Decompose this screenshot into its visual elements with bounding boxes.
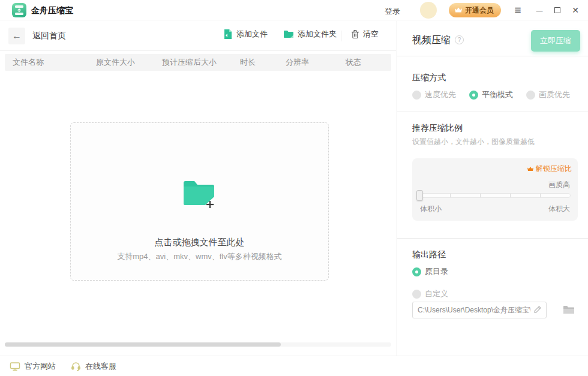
section-divider <box>397 112 588 112</box>
ratio-section-title: 推荐压缩比例 <box>412 123 463 134</box>
column-header-estimated-size: 预计压缩后大小 <box>162 57 240 68</box>
app-title: 金舟压缩宝 <box>31 5 73 16</box>
section-divider <box>397 56 588 56</box>
toolbar-divider <box>341 31 341 41</box>
section-divider <box>397 238 588 239</box>
radio-icon <box>412 91 421 100</box>
column-header-status: 状态 <box>346 57 388 68</box>
trash-icon <box>351 29 359 39</box>
radio-quality-label: 画质优先 <box>539 89 570 100</box>
maximize-icon <box>554 7 560 13</box>
back-home-button[interactable]: ← 返回首页 <box>8 28 66 44</box>
radio-icon <box>412 267 421 276</box>
panel-title: 视频压缩 <box>412 34 451 47</box>
app-window: 金舟压缩宝 登录 开通会员 ≡ ─ ✕ ← 返回首页 <box>0 0 588 376</box>
minimize-button[interactable]: ─ <box>530 0 548 20</box>
edit-path-icon[interactable] <box>533 305 544 315</box>
add-file-label: 添加文件 <box>236 29 268 40</box>
app-logo-icon <box>12 3 26 17</box>
horizontal-scrollbar-thumb[interactable] <box>5 342 281 347</box>
crown-icon <box>454 7 463 14</box>
login-link[interactable]: 登录 <box>385 6 400 17</box>
ratio-slider-handle[interactable] <box>416 190 423 201</box>
slider-tick <box>450 194 451 197</box>
radio-speed-priority[interactable]: 速度优先 <box>412 89 456 100</box>
close-button[interactable]: ✕ <box>566 0 584 20</box>
method-section-title: 压缩方式 <box>412 73 446 83</box>
radio-icon <box>469 91 478 100</box>
output-section-title: 输出路径 <box>412 249 446 260</box>
official-website-label: 官方网站 <box>25 361 56 372</box>
add-folder-button[interactable]: 添加文件夹 <box>283 29 337 40</box>
headset-icon <box>71 362 81 371</box>
clear-label: 清空 <box>363 29 379 40</box>
menu-icon[interactable]: ≡ <box>509 0 527 20</box>
compress-now-button[interactable]: 立即压缩 <box>531 30 580 52</box>
radio-speed-label: 速度优先 <box>425 89 456 100</box>
radio-icon <box>526 91 535 100</box>
add-file-button[interactable]: 添加文件 <box>223 29 268 40</box>
dropzone-subtitle: 支持mp4、avi、mkv、wmv、flv等多种视频格式 <box>71 251 328 262</box>
slider-tick <box>510 194 511 197</box>
vip-membership-label: 开通会员 <box>465 5 494 16</box>
radio-custom-directory[interactable]: 自定义 <box>412 288 448 299</box>
slider-tick <box>480 194 481 197</box>
user-avatar[interactable] <box>420 2 437 19</box>
official-website-link[interactable]: 官方网站 <box>10 361 56 372</box>
folder-add-icon <box>181 178 218 212</box>
column-header-duration: 时长 <box>240 57 286 68</box>
radio-original-dir-label: 原目录 <box>425 266 448 277</box>
left-toolbar: ← 返回首页 添加文件 添加文件夹 <box>0 21 396 51</box>
radio-custom-dir-label: 自定义 <box>425 288 448 299</box>
radio-original-directory[interactable]: 原目录 <box>412 266 448 277</box>
ratio-slider-track[interactable] <box>419 193 571 198</box>
footer-bar: 官方网站 在线客服 <box>0 356 588 376</box>
ratio-slider-card: 解锁压缩比 画质高 体积小 体积大 <box>412 158 578 221</box>
dropzone-title: 点击或拖拽文件至此处 <box>71 237 328 248</box>
back-home-label: 返回首页 <box>32 31 66 41</box>
unlock-ratio-label: 解锁压缩比 <box>536 164 572 174</box>
column-header-resolution: 分辨率 <box>286 57 346 68</box>
file-plus-icon <box>223 29 233 40</box>
radio-balanced-label: 平衡模式 <box>482 89 513 100</box>
maximize-button[interactable] <box>548 0 566 20</box>
monitor-icon <box>10 362 20 371</box>
radio-balanced-mode[interactable]: 平衡模式 <box>469 89 513 100</box>
folder-plus-icon <box>283 29 294 39</box>
horizontal-scrollbar-track[interactable] <box>5 342 391 347</box>
settings-panel: 视频压缩 ? 立即压缩 压缩方式 速度优先 平衡模式 画质优先 推荐压缩比例 设… <box>397 21 588 356</box>
help-icon[interactable]: ? <box>455 35 464 44</box>
add-folder-label: 添加文件夹 <box>298 29 337 40</box>
online-support-label: 在线客服 <box>85 361 116 372</box>
slider-tick <box>540 194 541 197</box>
unlock-ratio-link[interactable]: 解锁压缩比 <box>527 164 572 174</box>
output-path-input[interactable] <box>412 302 547 318</box>
crown-icon <box>527 166 534 172</box>
titlebar: 金舟压缩宝 登录 开通会员 ≡ ─ ✕ <box>0 0 588 20</box>
radio-quality-priority[interactable]: 画质优先 <box>526 89 570 100</box>
size-small-label: 体积小 <box>420 204 442 214</box>
file-table-header: 文件名称 原文件大小 预计压缩后大小 时长 分辨率 状态 <box>5 54 391 71</box>
size-large-label: 体积大 <box>548 204 570 214</box>
quality-high-label: 画质高 <box>548 180 570 190</box>
radio-icon <box>412 290 421 299</box>
online-support-link[interactable]: 在线客服 <box>71 361 116 372</box>
ratio-section-subtitle: 设置值越小，文件越小，图像质量越低 <box>412 137 535 147</box>
back-arrow-icon: ← <box>8 28 25 44</box>
vip-membership-button[interactable]: 开通会员 <box>449 3 501 17</box>
column-header-original-size: 原文件大小 <box>96 57 162 68</box>
open-folder-icon[interactable] <box>562 304 575 315</box>
clear-list-button[interactable]: 清空 <box>351 29 379 40</box>
column-header-filename: 文件名称 <box>5 57 96 68</box>
file-dropzone[interactable]: 点击或拖拽文件至此处 支持mp4、avi、mkv、wmv、flv等多种视频格式 <box>70 122 329 281</box>
